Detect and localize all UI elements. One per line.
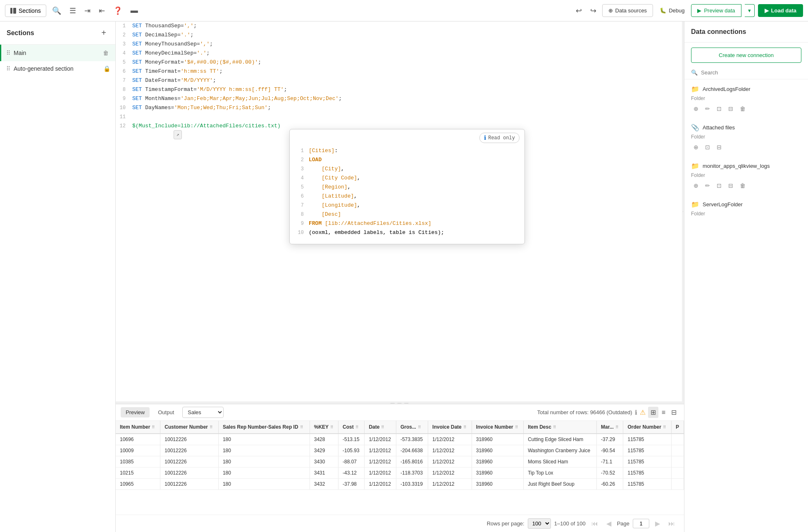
preview-icon: ▶ (697, 7, 701, 14)
col-drag-cost[interactable]: ⠿ (355, 425, 358, 429)
data-table-container[interactable]: Item Number⠿ Customer Number⠿ Sales Rep … (116, 421, 684, 515)
prev-page-button[interactable]: ◀ (604, 519, 614, 528)
copy-conn-attached[interactable]: ⊕ (691, 142, 701, 152)
col-drag-invoice-date[interactable]: ⠿ (463, 425, 466, 429)
cell-invoice-date: 1/12/2012 (428, 445, 472, 456)
last-page-button[interactable]: ⏭ (666, 519, 677, 528)
list-view-button[interactable]: ≡ (659, 407, 668, 418)
inline-tag-12[interactable]: ↗ (174, 130, 182, 139)
debug-button[interactable]: 🐛 Debug (656, 5, 688, 17)
select2-conn-archived[interactable]: ⊟ (726, 104, 736, 114)
col-drag-invoice-number[interactable]: ⠿ (515, 425, 518, 429)
svg-rect-0 (10, 8, 12, 14)
col-drag-date[interactable]: ⠿ (381, 425, 384, 429)
col-drag-sales-rep[interactable]: ⠿ (300, 425, 303, 429)
vertical-resize-handle[interactable]: ⋮ (682, 21, 684, 401)
code-line-11: 11 (116, 112, 682, 122)
sections-toggle-button[interactable]: Sections (5, 5, 46, 17)
col-drag-order-number[interactable]: ⠿ (663, 425, 666, 429)
load-data-button[interactable]: ▶ Load data (758, 4, 803, 17)
popup-code: 1 [Cities]: 2 LOAD 3 [City], 4 (290, 146, 524, 244)
cell-cost: -513.15 (338, 434, 364, 445)
connection-name-monitor: monitor_apps_qlikview_logs (703, 163, 770, 169)
cell-margin: -60.26 (597, 479, 623, 490)
col-drag-pkey[interactable]: ⠿ (330, 425, 333, 429)
cell-invoice-number: 318960 (472, 456, 523, 468)
grid-view-button[interactable]: ⊞ (648, 407, 658, 418)
cell-sales-rep: 180 (218, 434, 310, 445)
delete-section-main-button[interactable]: 🗑 (101, 49, 110, 57)
preview-tab[interactable]: Preview (121, 407, 150, 417)
select-conn-attached[interactable]: ⊡ (703, 142, 713, 152)
select2-conn-attached[interactable]: ⊟ (714, 142, 724, 152)
code-line-10: 10 SET DayNames='Mon;Tue;Wed;Thu;Fri;Sat… (116, 103, 682, 112)
cell-invoice-date: 1/12/2012 (428, 456, 472, 468)
toolbar: Sections 🔍 ☰ ⇥ ⇤ ❓ ▬ ↩ ↪ ⊕ Data sources … (0, 0, 808, 21)
col-pkey: %KEY⠿ (310, 421, 338, 434)
col-drag-item-number[interactable]: ⠿ (152, 425, 155, 429)
outdent-button[interactable]: ⇤ (96, 4, 107, 18)
indent-button[interactable]: ⇥ (82, 4, 93, 18)
cell-pkey: 3428 (310, 434, 338, 445)
code-editor[interactable]: 1 SET ThousandSep=','; 2 SET DecimalSep=… (116, 21, 682, 401)
help-button[interactable]: ❓ (111, 4, 125, 18)
table-select[interactable]: Sales (182, 407, 224, 418)
load-icon: ▶ (765, 7, 769, 14)
cell-pkey: 3431 (310, 468, 338, 479)
datasources-button[interactable]: ⊕ Data sources (602, 4, 653, 17)
rows-per-page-select[interactable]: 100 (528, 518, 551, 529)
cell-item-number: 10215 (116, 468, 160, 479)
connection-item-monitor: 📁 monitor_apps_qlikview_logs Folder ⊕ ✏ … (684, 156, 808, 195)
col-invoice-date: Invoice Date⠿ (428, 421, 472, 434)
connection-type-attached: Folder (691, 133, 801, 142)
cell-order-number: 115785 (623, 434, 672, 445)
bottom-panel: Preview Output Sales Total number of row… (116, 404, 684, 532)
col-drag-customer-number[interactable]: ⠿ (210, 425, 212, 429)
select-conn-monitor[interactable]: ⊡ (714, 181, 724, 191)
page-input[interactable] (633, 519, 649, 528)
preview-data-button[interactable]: ▶ Preview data (691, 4, 741, 17)
search-bar: 🔍 (684, 66, 808, 79)
edit-conn-monitor[interactable]: ✏ (703, 181, 713, 191)
col-drag-gross[interactable]: ⠿ (418, 425, 421, 429)
col-item-desc: Item Desc⠿ (524, 421, 597, 434)
first-page-button[interactable]: ⏮ (589, 519, 601, 528)
col-drag-margin[interactable]: ⠿ (615, 425, 618, 429)
search-button[interactable]: 🔍 (50, 4, 64, 18)
search-input[interactable] (701, 69, 801, 76)
create-connection-button[interactable]: Create new connection (691, 48, 801, 63)
column-view-button[interactable]: ⊟ (669, 407, 679, 418)
cell-pkey: 3432 (310, 479, 338, 490)
cell-order-number: 115785 (623, 456, 672, 468)
copy-conn-archived[interactable]: ⊕ (691, 104, 701, 114)
select-conn-archived[interactable]: ⊡ (714, 104, 724, 114)
debug-label: Debug (669, 7, 684, 14)
output-tab[interactable]: Output (153, 407, 179, 417)
comments-button[interactable]: ☰ (67, 4, 79, 18)
undo-button[interactable]: ↩ (573, 4, 584, 18)
datasources-label: Data sources (615, 7, 647, 14)
delete-conn-archived[interactable]: 🗑 (737, 104, 748, 114)
code-line-3: 3 SET MoneyThousandSep=','; (116, 40, 682, 49)
redo-button[interactable]: ↪ (588, 4, 599, 18)
edit-conn-archived[interactable]: ✏ (703, 104, 713, 114)
sidebar-item-main[interactable]: ⠿ Main 🗑 (0, 45, 115, 61)
snippet-button[interactable]: ▬ (128, 4, 141, 17)
sidebar-item-auto[interactable]: ⠿ Auto-generated section 🔒 (0, 61, 115, 76)
cell-item-desc: Just Right Beef Soup (524, 479, 597, 490)
preview-dropdown-button[interactable]: ▾ (745, 4, 755, 17)
sections-toggle-icon (10, 8, 16, 14)
next-page-button[interactable]: ▶ (653, 519, 663, 528)
folder-icon-archived: 📁 (691, 85, 699, 93)
right-panel-header: Data connections (684, 21, 808, 43)
add-section-button[interactable]: + (99, 27, 109, 38)
copy-conn-monitor[interactable]: ⊕ (691, 181, 701, 191)
col-drag-item-desc[interactable]: ⠿ (553, 425, 556, 429)
select2-conn-monitor[interactable]: ⊟ (726, 181, 736, 191)
delete-conn-monitor[interactable]: 🗑 (737, 181, 748, 191)
cell-date: 1/12/2012 (365, 445, 396, 456)
connection-actions-monitor: ⊕ ✏ ⊡ ⊟ 🗑 (691, 181, 801, 191)
folder-icon-monitor: 📁 (691, 162, 699, 170)
cell-invoice-number: 318960 (472, 468, 523, 479)
drag-icon-auto: ⠿ (6, 65, 10, 72)
